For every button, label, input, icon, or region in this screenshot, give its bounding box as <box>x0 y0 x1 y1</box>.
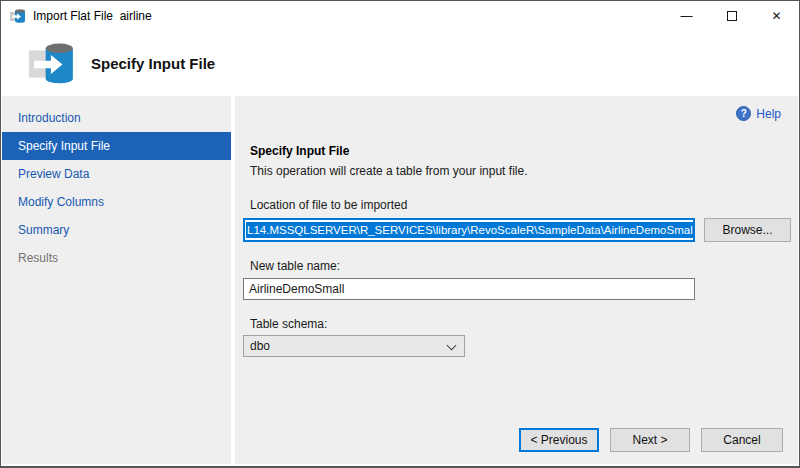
wizard-footer: < Previous Next > Cancel <box>519 428 783 452</box>
next-button[interactable]: Next > <box>610 428 690 452</box>
help-link[interactable]: ? Help <box>736 106 781 121</box>
window-controls: — ✕ <box>664 1 799 31</box>
wizard-body: Introduction Specify Input File Preview … <box>2 96 798 464</box>
section-title: Specify Input File <box>250 144 349 158</box>
file-path-selected-text: L14.MSSQLSERVER\R_SERVICES\library\RevoS… <box>246 222 695 238</box>
minimize-button[interactable]: — <box>664 1 709 31</box>
import-flat-file-window: Import Flat File airline — ✕ Specify Inp… <box>0 0 800 468</box>
table-name-input[interactable] <box>243 278 695 300</box>
window-title: Import Flat File airline <box>33 9 152 23</box>
close-icon: ✕ <box>771 9 781 23</box>
sidebar-item-summary[interactable]: Summary <box>2 216 231 244</box>
sidebar-item-specify-input-file[interactable]: Specify Input File <box>2 132 231 160</box>
file-location-label: Location of file to be imported <box>250 198 407 212</box>
import-flat-file-icon <box>10 8 26 24</box>
browse-button[interactable]: Browse... <box>704 218 791 242</box>
sidebar-item-modify-columns[interactable]: Modify Columns <box>2 188 231 216</box>
import-flat-file-large-icon <box>27 41 79 87</box>
table-name-label: New table name: <box>250 259 340 273</box>
table-schema-label: Table schema: <box>250 317 327 331</box>
table-schema-dropdown[interactable]: dbo <box>243 335 465 357</box>
help-label: Help <box>756 107 781 121</box>
file-location-row: L14.MSSQLSERVER\R_SERVICES\library\RevoS… <box>243 218 791 242</box>
minimize-icon: — <box>681 9 693 23</box>
main-pane: ? Help Specify Input File This operation… <box>235 96 798 464</box>
section-description: This operation will create a table from … <box>250 164 527 178</box>
title-bar: Import Flat File airline — ✕ <box>1 1 799 31</box>
chevron-down-icon <box>447 341 457 351</box>
file-path-input[interactable]: L14.MSSQLSERVER\R_SERVICES\library\RevoS… <box>243 218 695 242</box>
sidebar-item-results: Results <box>2 244 231 272</box>
cancel-button[interactable]: Cancel <box>701 428 783 452</box>
maximize-button[interactable] <box>709 1 754 31</box>
sidebar-item-preview-data[interactable]: Preview Data <box>2 160 231 188</box>
maximize-icon <box>727 11 737 21</box>
wizard-steps-sidebar: Introduction Specify Input File Preview … <box>2 96 231 464</box>
help-icon: ? <box>736 106 751 121</box>
close-button[interactable]: ✕ <box>754 1 799 31</box>
previous-button[interactable]: < Previous <box>519 428 599 452</box>
table-schema-value: dbo <box>250 339 270 353</box>
wizard-header: Specify Input File <box>1 31 799 96</box>
sidebar-item-introduction[interactable]: Introduction <box>2 104 231 132</box>
page-title: Specify Input File <box>91 55 215 72</box>
